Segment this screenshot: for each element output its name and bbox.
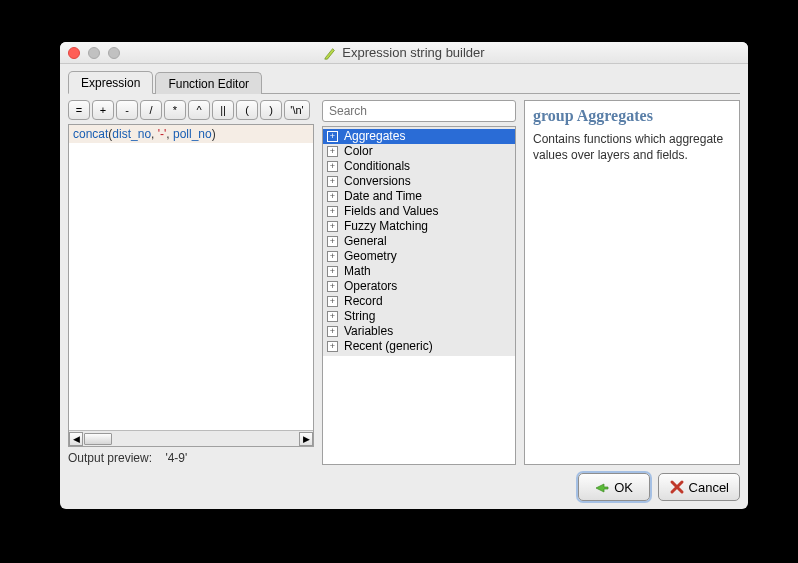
help-panel: group Aggregates Contains functions whic…	[524, 100, 740, 465]
expr-token-sep: ,	[166, 127, 173, 141]
output-preview-value: '4-9'	[165, 451, 187, 465]
scroll-right-icon[interactable]: ▶	[299, 432, 313, 446]
titlebar: Expression string builder	[60, 42, 748, 64]
expr-token-sep: ,	[151, 127, 158, 141]
tree-item-label: Fields and Values	[344, 204, 439, 219]
horizontal-scrollbar[interactable]: ◀ ▶	[69, 430, 313, 446]
op-power-button[interactable]: ^	[188, 100, 210, 120]
dialog-body: Expression Function Editor = + - / * ^ |…	[60, 64, 748, 509]
cancel-button[interactable]: Cancel	[658, 473, 740, 501]
tree-item[interactable]: +Geometry	[323, 249, 515, 264]
op-newline-button[interactable]: '\n'	[284, 100, 310, 120]
expand-icon[interactable]: +	[327, 191, 338, 202]
column-right: group Aggregates Contains functions whic…	[524, 100, 740, 465]
cancel-label: Cancel	[689, 480, 729, 495]
expand-icon[interactable]: +	[327, 176, 338, 187]
function-tree[interactable]: +Aggregates+Color+Conditionals+Conversio…	[322, 126, 516, 465]
close-icon[interactable]	[68, 47, 80, 59]
expand-icon[interactable]: +	[327, 161, 338, 172]
expand-icon[interactable]: +	[327, 146, 338, 157]
app-icon	[323, 46, 337, 60]
scroll-thumb[interactable]	[84, 433, 112, 445]
column-left: = + - / * ^ || ( ) '\n' concat(dist_no, …	[68, 100, 314, 465]
tree-item[interactable]: +Math	[323, 264, 515, 279]
tree-item-label: Aggregates	[344, 129, 405, 144]
tree-item[interactable]: +Variables	[323, 324, 515, 339]
button-row: OK Cancel	[68, 473, 740, 501]
expand-icon[interactable]: +	[327, 131, 338, 142]
search-input[interactable]	[322, 100, 516, 122]
tab-label: Expression	[81, 76, 140, 90]
tree-item[interactable]: +Aggregates	[323, 129, 515, 144]
expr-token-field: poll_no	[173, 127, 212, 141]
tab-function-editor[interactable]: Function Editor	[155, 72, 262, 94]
operator-row: = + - / * ^ || ( ) '\n'	[68, 100, 314, 120]
help-body: Contains functions which aggregate value…	[533, 131, 731, 163]
tree-item-label: Fuzzy Matching	[344, 219, 428, 234]
maximize-icon[interactable]	[108, 47, 120, 59]
tree-item[interactable]: +Conditionals	[323, 159, 515, 174]
op-plus-button[interactable]: +	[92, 100, 114, 120]
expr-token-fn: concat	[73, 127, 108, 141]
dialog-window: Expression string builder Expression Fun…	[60, 42, 748, 509]
expand-icon[interactable]: +	[327, 281, 338, 292]
tree-item[interactable]: +Recent (generic)	[323, 339, 515, 354]
op-multiply-button[interactable]: *	[164, 100, 186, 120]
output-preview: Output preview: '4-9'	[68, 451, 314, 465]
expression-editor[interactable]: concat(dist_no, '-', poll_no) ◀ ▶	[68, 124, 314, 447]
op-minus-button[interactable]: -	[116, 100, 138, 120]
tree-item-label: Recent (generic)	[344, 339, 433, 354]
op-rparen-button[interactable]: )	[260, 100, 282, 120]
tree-item[interactable]: +Fuzzy Matching	[323, 219, 515, 234]
tree-item[interactable]: +String	[323, 309, 515, 324]
tree-item[interactable]: +Date and Time	[323, 189, 515, 204]
tree-item[interactable]: +Fields and Values	[323, 204, 515, 219]
window-controls	[68, 47, 120, 59]
expand-icon[interactable]: +	[327, 311, 338, 322]
op-lparen-button[interactable]: (	[236, 100, 258, 120]
tree-item[interactable]: +Color	[323, 144, 515, 159]
expand-icon[interactable]: +	[327, 326, 338, 337]
expression-content: concat(dist_no, '-', poll_no)	[69, 125, 313, 143]
scroll-left-icon[interactable]: ◀	[69, 432, 83, 446]
tree-item[interactable]: +Operators	[323, 279, 515, 294]
column-middle: +Aggregates+Color+Conditionals+Conversio…	[322, 100, 516, 465]
tree-item-label: Conversions	[344, 174, 411, 189]
tree-item[interactable]: +General	[323, 234, 515, 249]
tree-item-label: Operators	[344, 279, 397, 294]
ok-button[interactable]: OK	[578, 473, 650, 501]
tree-item-label: Conditionals	[344, 159, 410, 174]
tree-item[interactable]: +Record	[323, 294, 515, 309]
tree-item-label: General	[344, 234, 387, 249]
tree-item-label: Variables	[344, 324, 393, 339]
cancel-icon	[669, 479, 685, 495]
expand-icon[interactable]: +	[327, 206, 338, 217]
expr-token-paren: )	[212, 127, 216, 141]
expand-icon[interactable]: +	[327, 236, 338, 247]
tree-item-label: Math	[344, 264, 371, 279]
expand-icon[interactable]: +	[327, 296, 338, 307]
title-center: Expression string builder	[60, 45, 748, 60]
output-preview-label: Output preview:	[68, 451, 152, 465]
op-concat-button[interactable]: ||	[212, 100, 234, 120]
expr-token-field: dist_no	[112, 127, 151, 141]
op-equals-button[interactable]: =	[68, 100, 90, 120]
tree-item[interactable]: +Conversions	[323, 174, 515, 189]
tree-item-label: Color	[344, 144, 373, 159]
minimize-icon[interactable]	[88, 47, 100, 59]
scroll-track[interactable]	[83, 432, 299, 446]
window-title: Expression string builder	[342, 45, 484, 60]
columns: = + - / * ^ || ( ) '\n' concat(dist_no, …	[68, 100, 740, 465]
tree-item-label: Date and Time	[344, 189, 422, 204]
tab-label: Function Editor	[168, 77, 249, 91]
expand-icon[interactable]: +	[327, 251, 338, 262]
op-divide-button[interactable]: /	[140, 100, 162, 120]
ok-icon	[594, 479, 610, 495]
expand-icon[interactable]: +	[327, 266, 338, 277]
tab-expression[interactable]: Expression	[68, 71, 153, 94]
expand-icon[interactable]: +	[327, 341, 338, 352]
ok-label: OK	[614, 480, 633, 495]
expand-icon[interactable]: +	[327, 221, 338, 232]
help-title: group Aggregates	[533, 107, 731, 125]
tabs: Expression Function Editor	[68, 70, 740, 94]
